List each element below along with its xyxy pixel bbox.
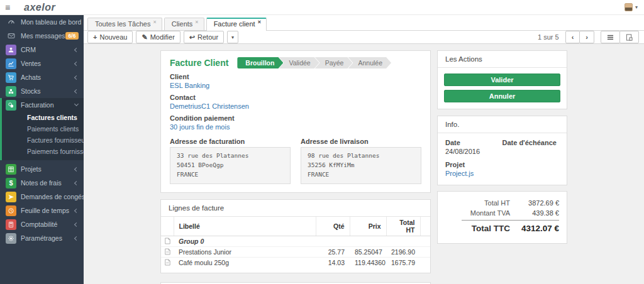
client-link[interactable]: ESL Banking [170,82,421,89]
edit-button[interactable]: ✎ Modifier [136,31,180,43]
sidebar-item-facturation[interactable]: Facturation [2,98,84,112]
table-row[interactable]: Group 0 [161,236,430,246]
actions-card: Les Actions Valider Annuler [437,50,567,109]
sidebar-item-messages[interactable]: Mes messages 6/6 [0,29,84,43]
sidebar-item-achats[interactable]: Achats [0,70,84,84]
hamburger-menu-icon[interactable]: ≡ [5,3,18,13]
tva-value: 439.38 € [510,209,559,217]
tva-label: Montant TVA [445,209,510,217]
chevron-left-icon [74,167,79,171]
more-actions-button[interactable]: ▾ [227,31,238,43]
actions-title: Les Actions [438,51,567,68]
clock-icon [6,205,16,216]
invoice-lines-table: Libellé Qté Prix Total HT Group 0 [161,217,430,273]
status-badge-annulee: Annulée [348,57,391,68]
close-icon[interactable]: × [258,19,261,25]
chevron-down-icon [74,102,79,106]
chevron-left-icon [74,180,79,185]
status-badge-validee: Validée [279,57,319,68]
project-label: Projet [445,161,559,168]
payment-condition-link[interactable]: 30 jours fin de mois [170,123,421,131]
axelor-logo: axelor [24,2,55,13]
delivery-address-value: 98 rue des Platannes 35256 KfMYiMm FRANC… [301,147,421,184]
sidebar-group-facturation: Facturation Factures clients Paiements c… [0,98,84,160]
sidebar-item-paiements-clients[interactable]: Paiements clients [2,123,84,134]
sidebar-item-projets[interactable]: Projets [0,162,84,176]
billing-address-label: Adresse de facturation [170,138,291,145]
chevron-left-icon [74,61,79,65]
sidebar-item-demandes-de-conges[interactable]: Demandes de congés [0,190,84,204]
delivery-address-label: Adresse de livraison [301,138,421,145]
totals-card: Total HT 3872.69 € Montant TVA 439.38 € … [437,191,567,244]
grid-view-button[interactable] [601,31,620,43]
sidebar-item-comptabilite[interactable]: Comptabilité [0,217,84,231]
topbar: ≡ axelor ▾ [0,0,644,15]
pagination-text: 1 sur 5 [538,33,559,41]
document-icon [165,238,170,244]
project-link[interactable]: Project.js [445,170,559,177]
date-label: Date [445,139,502,146]
chevron-down-icon: ▾ [231,35,234,40]
contact-label: Contact [170,94,421,101]
sidebar-item-dashboard[interactable]: Mon tableau de bord [0,15,84,29]
chevron-left-icon [74,47,79,52]
info-card: Info. Date Date d'échéance 24/08/2016 Pr… [437,116,567,185]
tax-lines-card: Lignes de taxe TVA Base HT Montant TVA [160,282,431,284]
totals-divider [462,220,559,221]
form-view-button[interactable] [619,31,639,43]
cart-icon [6,72,16,83]
invoice-lines-title: Lignes de facture [161,200,430,217]
table-row[interactable]: Prestations Junior 25.77 85.25047 2196.9… [161,246,430,257]
total-ttc-value: 4312.07 € [510,224,559,233]
coins-icon [6,100,16,111]
chevron-left-icon [74,89,79,93]
chevron-left-icon [74,75,79,79]
document-icon [165,248,170,255]
user-icon [6,45,16,55]
sidebar-item-parametrages[interactable]: Paramétrages [0,231,84,245]
sidebar-item-stocks[interactable]: Stocks [0,84,84,98]
back-button[interactable]: ↩ Retour [184,31,224,43]
next-record-button[interactable]: › [579,31,594,43]
document-icon [165,259,170,266]
gear-icon [6,233,16,244]
sidebar-item-paiements-fournisseurs[interactable]: Paiements fournisseurs [2,146,84,157]
chevron-down-icon[interactable]: ▾ [635,4,638,10]
sidebar-item-feuille-de-temps[interactable]: Feuille de temps [0,204,84,217]
cancel-button[interactable]: Annuler [444,90,560,102]
prev-record-button[interactable]: ‹ [565,31,580,43]
form-page-icon [626,34,633,41]
close-icon[interactable]: × [153,19,156,25]
tab-clients[interactable]: Clients × [164,18,204,30]
invoice-form-card: Facture Client Brouillon Validée Payée A… [160,50,431,193]
tab-facture-client[interactable]: Facture client × [206,18,267,31]
sidebar-item-factures-fournisseurs[interactable]: Factures fournisseurs [2,134,84,146]
contact-link[interactable]: DemetriusC1 Christensen [170,102,421,110]
tab-toutes-les-taches[interactable]: Toutes les Tâches × [87,18,162,30]
content-area: Facture Client Brouillon Validée Payée A… [84,44,644,284]
plane-icon [6,192,16,202]
close-icon[interactable]: × [195,19,198,25]
table-row[interactable]: Café moulu 250g 14.03 119.44360 1675.79 [161,257,430,273]
sidebar: Mon tableau de bord Mes messages 6/6 CRM… [0,15,84,284]
sidebar-item-crm[interactable]: CRM [0,43,84,57]
back-arrow-icon: ↩ [189,34,195,41]
calculator-icon [6,219,16,230]
new-button[interactable]: + Nouveau [87,31,133,43]
total-ht-value: 3872.69 € [510,199,559,207]
chevron-left-icon [74,222,79,226]
client-label: Client [170,73,421,80]
validate-button[interactable]: Valider [444,74,560,86]
billing-address-value: 33 rue des Platannes 50451 BPoeQgp FRANC… [170,147,291,184]
sidebar-item-notes-de-frais[interactable]: $ Notes de frais [0,176,84,190]
sidebar-item-ventes[interactable]: Ventes [0,57,84,70]
messages-count-badge: 6/6 [65,32,79,40]
total-ttc-label: Total TTC [445,224,510,233]
sidebar-item-factures-clients[interactable]: Factures clients [2,112,84,123]
chevron-left-icon [74,236,79,240]
page-title: Facture Client [170,58,228,68]
chevron-left-icon [74,208,79,212]
due-date-value [502,146,560,155]
user-avatar[interactable] [625,3,633,11]
due-date-label: Date d'échéance [502,139,560,146]
